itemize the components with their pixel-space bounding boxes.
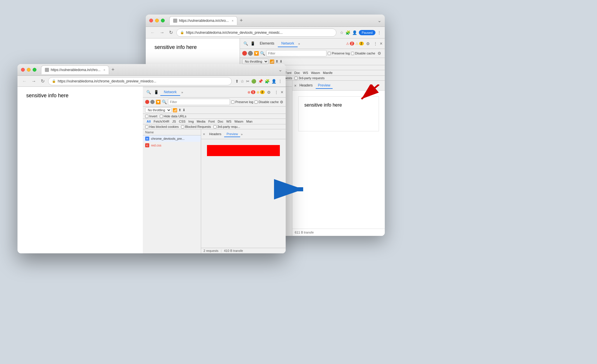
blocked-requests-label-front[interactable]: Blocked Requests: [181, 125, 211, 128]
profile-icon-back[interactable]: 👤: [352, 30, 357, 35]
tab-back[interactable]: https://vulnerabledoma.in/chro... ×: [169, 16, 237, 25]
filter-Manife-back[interactable]: Manife: [322, 71, 334, 75]
filter-Man-front[interactable]: Man: [245, 119, 254, 123]
download-icon-back[interactable]: ⬇: [280, 59, 282, 63]
cut-icon-front[interactable]: ✂: [246, 79, 250, 84]
preview-close-front[interactable]: ×: [203, 132, 205, 136]
preview-tab-front[interactable]: Preview: [224, 131, 240, 137]
tab-close-front[interactable]: ×: [103, 68, 105, 72]
filter-Img-front[interactable]: Img: [187, 119, 195, 123]
profile-icon-front[interactable]: 👤: [271, 79, 276, 84]
preserve-log-label-front[interactable]: Preserve log: [231, 100, 253, 104]
network-item-html-front[interactable]: H chrome_devtools_pre...: [143, 135, 201, 142]
rp-headers-tab-back[interactable]: Headers: [297, 82, 315, 89]
minimize-button-front[interactable]: [27, 68, 31, 72]
menu-icon-front[interactable]: ⋮: [278, 79, 282, 84]
tab-network-back[interactable]: Network: [278, 40, 298, 47]
record-button-front[interactable]: [145, 100, 149, 104]
filter-icon-front[interactable]: 🔽: [156, 100, 161, 104]
filter-Wasm-front[interactable]: Wasm: [233, 119, 245, 123]
close-button-back[interactable]: [149, 19, 153, 22]
filter-WS-front[interactable]: WS: [225, 119, 233, 123]
device-icon-front[interactable]: 📱: [153, 89, 160, 95]
rp-close-back[interactable]: ×: [294, 83, 296, 88]
upload-icon-front[interactable]: ⬆: [178, 108, 181, 112]
url-box-back[interactable]: 🔒 https://vulnerabledoma.in/chrome_devto…: [176, 29, 336, 37]
third-party-label-front[interactable]: 3rd-party requ...: [213, 125, 240, 128]
upload-icon-back[interactable]: ⬆: [275, 59, 278, 63]
filter-input-back[interactable]: [266, 50, 326, 56]
rp-preview-tab-back[interactable]: Preview: [316, 82, 333, 89]
filter-Wasm-back[interactable]: Wasm: [310, 71, 322, 75]
settings-icon-front[interactable]: ⚙: [266, 89, 272, 95]
minimize-button-back[interactable]: [155, 19, 159, 22]
preserve-log-check-back[interactable]: [328, 52, 331, 55]
has-blocked-check-front[interactable]: [145, 125, 148, 128]
device-icon-back[interactable]: 📱: [249, 41, 256, 46]
reload-front[interactable]: ↻: [40, 78, 46, 84]
search-icon-back[interactable]: 🔍: [260, 51, 265, 56]
share-icon-front[interactable]: ⬆: [235, 79, 239, 84]
third-party-label-back[interactable]: 3rd-party requests: [294, 76, 324, 80]
more-icon-front[interactable]: ⋮: [273, 89, 280, 95]
throttle-select-back[interactable]: No throttling: [242, 59, 268, 64]
tab-elements-back[interactable]: Elements: [256, 40, 278, 47]
puzzle-icon-front[interactable]: 🟢: [251, 79, 256, 84]
network-item-css-front[interactable]: C red.css: [143, 142, 201, 149]
filter-input-front[interactable]: [168, 99, 230, 105]
bookmark-icon-front[interactable]: ☆: [240, 79, 244, 84]
close-button-front[interactable]: [21, 68, 25, 72]
inspect-icon-back[interactable]: 🔍: [242, 41, 249, 46]
settings2-icon-back[interactable]: ⚙: [376, 50, 382, 56]
maximize-button-front[interactable]: [33, 68, 36, 72]
forward-nav-front[interactable]: →: [30, 78, 37, 84]
preserve-log-check-front[interactable]: [231, 100, 234, 104]
settings2-icon-front[interactable]: ⚙: [280, 100, 283, 104]
url-box-front[interactable]: 🔒 https://vulnerabledoma.in/chrome_devto…: [48, 77, 232, 85]
filter-Doc-back[interactable]: Doc: [293, 71, 302, 75]
tab-close-back[interactable]: ×: [232, 19, 233, 22]
filter-Media-front[interactable]: Media: [195, 119, 207, 123]
filter-JS-front[interactable]: JS: [171, 119, 178, 123]
third-party-check-front[interactable]: [213, 125, 217, 128]
menu-icon-back[interactable]: ⋮: [377, 30, 381, 35]
search-icon-front[interactable]: 🔍: [162, 100, 167, 104]
extensions-icon-front[interactable]: 🧩: [265, 79, 270, 84]
preview-more-front[interactable]: »: [241, 132, 243, 136]
back-nav-front[interactable]: ←: [21, 78, 28, 84]
preserve-log-label-back[interactable]: Preserve log: [328, 52, 350, 55]
devtools-close-back[interactable]: ×: [380, 41, 382, 46]
filter-Font-front[interactable]: Font: [207, 119, 216, 123]
throttle-select-front[interactable]: No throttling: [145, 107, 171, 113]
invert-label-front[interactable]: Invert: [145, 114, 157, 118]
stop-button-front[interactable]: [150, 100, 154, 104]
new-tab-button-front[interactable]: +: [111, 67, 115, 73]
tab-menu-front[interactable]: ⌄: [278, 67, 282, 73]
disable-cache-check-front[interactable]: [254, 100, 258, 104]
third-party-check-back[interactable]: [294, 77, 298, 80]
invert-check-front[interactable]: [145, 115, 148, 118]
stop-button-back[interactable]: [248, 51, 253, 56]
more-icon-back[interactable]: ⋮: [372, 41, 379, 47]
has-blocked-label-front[interactable]: Has blocked cookies: [145, 125, 179, 128]
disable-cache-label-back[interactable]: Disable cache: [351, 52, 375, 55]
new-tab-button-back[interactable]: +: [240, 17, 243, 24]
tab-front[interactable]: https://vulnerabledoma.in/chro... ×: [41, 66, 109, 74]
disable-cache-label-front[interactable]: Disable cache: [254, 100, 279, 104]
forward-nav-back[interactable]: →: [159, 29, 166, 36]
inspect-icon-front[interactable]: 🔍: [145, 89, 152, 95]
filter-All-front[interactable]: All: [145, 119, 152, 123]
filter-icon-back[interactable]: 🔽: [254, 51, 259, 56]
filter-FetchXHR-front[interactable]: Fetch/XHR: [152, 119, 171, 123]
back-nav-back[interactable]: ←: [149, 29, 156, 36]
filter-WS-back[interactable]: WS: [301, 71, 310, 75]
blocked-requests-check-front[interactable]: [181, 125, 184, 128]
tab-menu-button-back[interactable]: ⌄: [377, 18, 381, 23]
tab-network-front[interactable]: Network: [160, 89, 180, 96]
extensions-icon-back[interactable]: 🧩: [345, 30, 350, 35]
tabs-more-front[interactable]: »: [181, 91, 183, 94]
record-button-back[interactable]: [242, 51, 247, 56]
headers-tab-front[interactable]: Headers: [207, 131, 224, 137]
maximize-button-back[interactable]: [161, 19, 165, 22]
settings-icon-back[interactable]: ⚙: [365, 41, 371, 47]
